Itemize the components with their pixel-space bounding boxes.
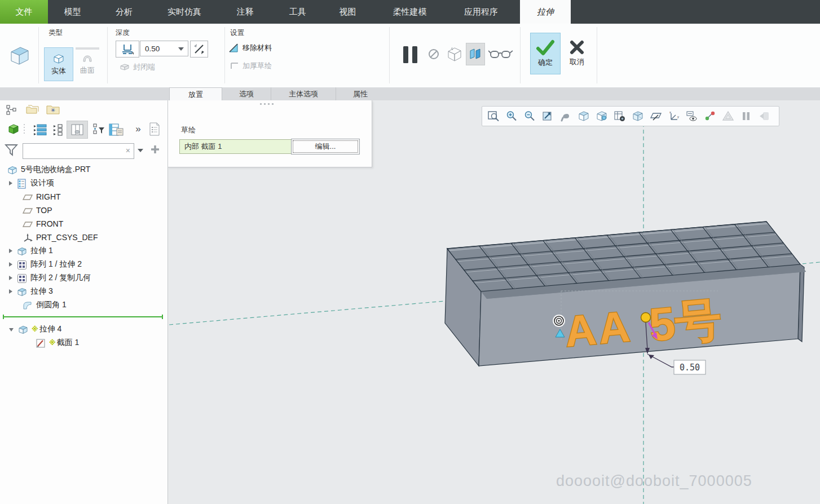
tab-applications[interactable]: 应用程序 bbox=[449, 0, 513, 24]
tab-live-simulation[interactable]: 实时仿真 bbox=[152, 0, 217, 24]
annotation-display-icon[interactable] bbox=[684, 109, 699, 123]
capped-ends-checkbox[interactable]: 封闭端 bbox=[120, 62, 155, 72]
tree-item-extrude-1[interactable]: 拉伸 1 bbox=[0, 244, 177, 258]
clear-search-icon[interactable]: × bbox=[126, 147, 130, 154]
tree-item-front-plane[interactable]: FRONT bbox=[0, 217, 189, 231]
tree-item-extrude-3[interactable]: 拉伸 3 bbox=[0, 285, 177, 298]
ok-check-icon bbox=[535, 39, 556, 56]
depth-drag-handle[interactable] bbox=[641, 313, 651, 322]
pause-icon[interactable] bbox=[738, 109, 753, 123]
geometry-check-icon[interactable] bbox=[720, 109, 735, 123]
surface-icon bbox=[81, 52, 94, 64]
ok-button[interactable]: 确定 bbox=[530, 33, 561, 74]
depth-value-combo[interactable]: 0.50 bbox=[140, 41, 188, 56]
orientation-icon[interactable] bbox=[594, 109, 609, 123]
depth-value: 0.50 bbox=[145, 45, 160, 53]
tab-file[interactable]: 文件 bbox=[0, 0, 48, 24]
remove-material-toggle[interactable]: 移除材料 bbox=[228, 43, 272, 53]
model-tree-icon[interactable] bbox=[5, 103, 18, 117]
filter-settings-icon[interactable] bbox=[91, 122, 106, 137]
reference-target-handle[interactable] bbox=[553, 315, 565, 327]
solid-cube-icon bbox=[52, 53, 65, 64]
doc-settings-icon[interactable] bbox=[147, 121, 162, 137]
shaded-view-icon[interactable] bbox=[576, 109, 591, 123]
placement-panel: 草绘 内部 截面 1 编辑... bbox=[167, 100, 372, 167]
sketch-collector[interactable]: 内部 截面 1 bbox=[179, 139, 293, 154]
filter-dropdown-icon[interactable] bbox=[136, 145, 145, 156]
depth-dropdown-icon[interactable] bbox=[178, 47, 184, 51]
tree-item-pattern-1[interactable]: 阵列 1 / 拉伸 2 bbox=[0, 258, 177, 271]
list-collapse-icon[interactable] bbox=[52, 122, 65, 137]
dimension-value-box[interactable]: 0.50 bbox=[674, 360, 706, 374]
tab-extrude-active[interactable]: 拉伸 bbox=[520, 0, 571, 24]
refit-icon[interactable] bbox=[540, 109, 555, 123]
wireframe-preview-icon bbox=[446, 46, 464, 62]
add-filter-icon[interactable] bbox=[148, 142, 162, 157]
model-tree-panel: ✳ » bbox=[0, 100, 168, 504]
flip-direction-button[interactable] bbox=[190, 41, 208, 58]
color-display-icon[interactable] bbox=[702, 109, 717, 123]
tree-item-top-plane[interactable]: TOP bbox=[0, 204, 189, 217]
panel-grip[interactable] bbox=[260, 103, 274, 105]
wireframe-preview-button[interactable] bbox=[446, 46, 464, 62]
tab-options[interactable]: 选项 bbox=[222, 87, 271, 100]
repaint-icon[interactable] bbox=[558, 109, 573, 123]
tree-item-extrude-4[interactable]: ※拉伸 4 bbox=[0, 322, 177, 336]
cancel-label: 取消 bbox=[570, 57, 584, 67]
no-preview-button[interactable] bbox=[427, 48, 440, 60]
glasses-button[interactable] bbox=[488, 48, 513, 60]
thicken-sketch-checkbox[interactable]: 加厚草绘 bbox=[230, 61, 272, 71]
zoom-in-icon[interactable] bbox=[504, 109, 519, 123]
tree-item-right-plane[interactable]: RIGHT bbox=[0, 190, 189, 204]
tree-item-design-items[interactable]: 设计项 bbox=[0, 176, 177, 190]
plane-display-icon[interactable] bbox=[648, 109, 663, 123]
surface-type-button[interactable]: 曲面 bbox=[73, 47, 102, 80]
geometry-preview-button[interactable] bbox=[466, 43, 485, 65]
tab-body-options[interactable]: 主体选项 bbox=[271, 87, 336, 100]
emboss-text-aa[interactable]: AA bbox=[563, 302, 634, 356]
tree-item-part-root[interactable]: 5号电池收纳盒.PRT bbox=[0, 163, 174, 176]
tab-properties[interactable]: 属性 bbox=[336, 87, 385, 100]
filter-funnel-icon[interactable] bbox=[3, 142, 19, 158]
pause-button[interactable] bbox=[402, 45, 420, 64]
tree-item-round-1[interactable]: 倒圆角 1 bbox=[0, 298, 189, 312]
solid-type-button[interactable]: 实体 bbox=[44, 47, 73, 81]
list-expand-icon[interactable] bbox=[32, 122, 49, 137]
tab-placement[interactable]: 放置 bbox=[169, 87, 222, 101]
exit-view-icon[interactable] bbox=[756, 109, 771, 123]
tab-flexible-modeling[interactable]: 柔性建模 bbox=[377, 0, 443, 24]
glasses-icon bbox=[488, 48, 513, 60]
view-manager-icon[interactable] bbox=[612, 109, 627, 123]
tree-item-pattern-2[interactable]: 阵列 2 / 复制几何 bbox=[0, 271, 177, 285]
tab-view[interactable]: 视图 bbox=[326, 0, 369, 24]
display-style-icon[interactable] bbox=[630, 109, 645, 123]
svg-text:y: y bbox=[677, 115, 679, 118]
tab-analysis[interactable]: 分析 bbox=[103, 0, 146, 24]
zoom-window-icon[interactable] bbox=[486, 109, 501, 123]
tab-annotate[interactable]: 注释 bbox=[223, 0, 267, 24]
tree-item-csys[interactable]: PRT_CSYS_DEF bbox=[0, 231, 189, 244]
show-cube-icon[interactable] bbox=[7, 122, 20, 136]
emboss-text-size[interactable]: 5号 bbox=[647, 293, 724, 351]
horizontal-centerline-left bbox=[169, 301, 445, 325]
axis-display-icon[interactable]: xy bbox=[666, 109, 681, 123]
tree-columns-icon[interactable] bbox=[107, 122, 125, 138]
edit-sketch-button[interactable]: 编辑... bbox=[291, 139, 360, 154]
folder-favorites-icon[interactable]: ✳ bbox=[45, 103, 61, 116]
folder-layers-icon[interactable] bbox=[25, 103, 41, 116]
surface-type-label: 曲面 bbox=[80, 65, 95, 76]
tab-tools[interactable]: 工具 bbox=[276, 0, 319, 24]
tab-model[interactable]: 模型 bbox=[54, 0, 91, 24]
column-display-icon[interactable] bbox=[67, 121, 88, 139]
tree-search-input[interactable] bbox=[25, 144, 118, 157]
sketch-label: 草绘 bbox=[181, 125, 196, 135]
depth-type-button[interactable] bbox=[116, 41, 139, 58]
menubar: 文件 模型 分析 实时仿真 注释 工具 视图 柔性建模 应用程序 拉伸 bbox=[0, 0, 820, 24]
more-tools-chevron[interactable]: » bbox=[132, 123, 144, 135]
solid-type-label: 实体 bbox=[51, 66, 66, 76]
cancel-button[interactable]: 取消 bbox=[562, 33, 592, 73]
insertion-locator[interactable] bbox=[3, 316, 163, 317]
zoom-out-icon[interactable] bbox=[522, 109, 537, 123]
capped-ends-label: 封闭端 bbox=[133, 62, 155, 72]
cancel-x-icon bbox=[569, 39, 585, 56]
